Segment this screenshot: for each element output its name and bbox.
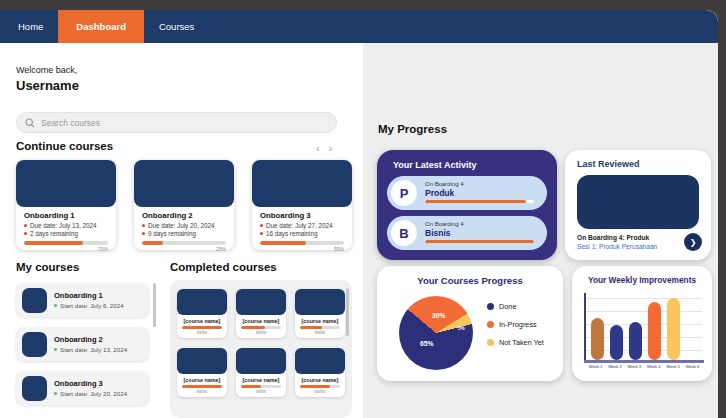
activity-item[interactable]: B On Boarding 4 Bisnis [387,216,547,250]
remaining-dot [260,232,263,235]
due-dot [142,224,145,227]
bar-week-4 [648,302,661,360]
nav-item-home[interactable]: Home [0,10,58,43]
course-name: [course name] [236,377,286,383]
pie-chart-title: Your Courses Progress [377,275,563,286]
avatar: P [391,180,417,206]
chevron-right-icon[interactable]: ❯ [684,233,702,251]
due-date: Due date: July 20, 2024 [148,222,215,229]
search-bar[interactable] [16,112,337,133]
carousel-next-icon[interactable]: › [329,142,333,154]
completed-course-card[interactable]: [course name] xx/xx [236,348,286,397]
activity-name: Bisnis [425,228,451,238]
search-input[interactable] [41,118,328,128]
top-navbar: Home Dashboard Courses [0,10,718,43]
bar-slot [610,296,623,360]
nav-item-dashboard[interactable]: Dashboard [58,10,144,43]
continue-course-card[interactable]: Onboarding 1 Due date: July 13, 2024 2 d… [16,160,116,250]
bar-week-2 [610,325,623,360]
course-title: Onboarding 3 [260,211,344,220]
bar-chart-x-labels: Week 1Week 2Week 3Week 4Week 5Week 6 [588,364,700,369]
search-icon [25,118,35,128]
course-name: [course name] [295,318,345,324]
weekly-improvements-card: Your Weekly Improvements Week 1Week 2Wee… [572,266,712,381]
legend-dot [487,321,494,328]
activity-course: On Boarding 4 [425,221,464,227]
progress-bar [241,385,281,388]
nav-item-courses[interactable]: Courses [144,10,209,43]
legend-label: Not Taken Yet [499,338,544,347]
continue-course-card[interactable]: Onboarding 2 Due date: July 20, 2024 9 d… [134,160,234,250]
y-axis [584,293,586,363]
legend-label: Done [499,302,516,311]
legend-item: Not Taken Yet [487,338,544,347]
completed-courses-box: [course name] xx/xx [course name] xx/xx … [170,280,352,418]
app-window: Home Dashboard Courses Welcome back, Use… [0,10,718,418]
course-score: xx/xx [295,330,345,335]
course-title: Onboarding 3 [54,379,127,388]
pie-label-inprogress: 30% [432,312,446,319]
completed-course-card[interactable]: [course name] xx/xx [295,348,345,397]
course-thumbnail [252,160,352,207]
course-thumbnail [134,160,234,207]
start-dot [54,348,57,351]
due-date: Due date: July 27, 2024 [266,222,333,229]
video-thumbnail[interactable] [577,175,699,229]
pie-legend: DoneIn-ProgressNot Taken Yet [487,302,544,356]
reviewed-course: On Boarding 4: Produk [577,234,649,241]
activity-item[interactable]: P On Boarding 4 Produk [387,176,547,210]
my-course-item[interactable]: Onboarding 2 Start date: July 13, 2024 [16,327,149,361]
pie-label-done: 65% [420,340,434,347]
username-text: Username [16,78,79,93]
my-courses-scrollbar[interactable] [153,283,156,327]
bar-slot [667,296,680,360]
start-dot [54,304,57,307]
days-remaining: 9 days remaining [148,230,196,237]
progress-bar [142,241,226,245]
course-score: xx/xx [177,389,227,394]
avatar: B [391,220,417,246]
activity-course: On Boarding 4 [425,181,464,187]
course-thumbnail [22,288,47,313]
my-course-item[interactable]: Onboarding 3 Start date: July 20, 2024 [16,371,149,405]
completed-course-card[interactable]: [course name] xx/xx [295,289,345,338]
continue-course-card[interactable]: Onboarding 3 Due date: July 27, 2024 16 … [252,160,352,250]
bar-week-5 [667,298,680,360]
bar-slot [629,296,642,360]
due-dot [24,224,27,227]
my-courses-title: My courses [16,261,79,273]
completed-courses-scrollbar[interactable] [346,288,349,336]
completed-course-card[interactable]: [course name] xx/xx [177,348,227,397]
last-reviewed-card: Last Reviewed On Boarding 4: Produk Sesi… [565,150,711,260]
progress-bar [24,241,108,245]
course-thumbnail [236,348,286,374]
days-remaining: 16 days remaining [266,230,317,237]
remaining-dot [142,232,145,235]
bar-chart-bars [588,296,702,360]
carousel-prev-icon[interactable]: ‹ [316,142,320,154]
course-thumbnail [22,376,47,401]
progress-bar [260,241,344,245]
completed-course-card[interactable]: [course name] xx/xx [177,289,227,338]
activity-name: Produk [425,188,454,198]
completed-course-card[interactable]: [course name] xx/xx [236,289,286,338]
courses-progress-card: Your Courses Progress 65% 30% 5% DoneIn-… [377,266,563,381]
completed-courses-title: Completed courses [170,261,277,273]
course-name: [course name] [295,377,345,383]
course-name: [course name] [236,318,286,324]
course-score: xx/xx [177,330,227,335]
start-date: Start date: July 6, 2024 [60,302,124,309]
course-title: Onboarding 1 [24,211,108,220]
welcome-text: Welcome back, [16,65,77,75]
progress-percent: 25% [134,246,226,252]
latest-activity-title: Your Latest Activity [393,160,557,170]
last-reviewed-title: Last Reviewed [577,159,711,169]
progress-bar [241,326,281,329]
my-course-item[interactable]: Onboarding 1 Start date: July 6, 2024 [16,283,149,317]
legend-item: In-Progress [487,320,544,329]
course-thumbnail [177,289,227,315]
progress-bar [182,385,222,388]
course-title: Onboarding 1 [54,291,124,300]
bar-slot [686,296,699,360]
start-date: Start date: July 20, 2024 [60,390,127,397]
